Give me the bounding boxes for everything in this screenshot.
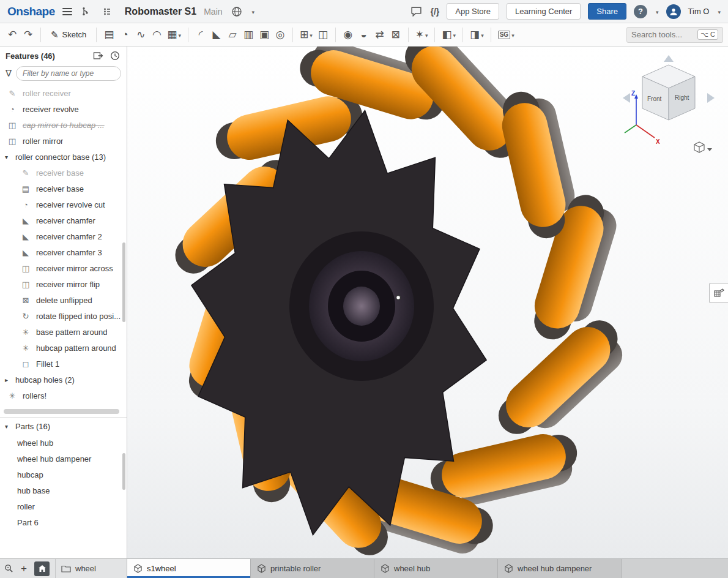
part-item[interactable]: Part 6 xyxy=(0,514,127,530)
feature-item[interactable]: ◫roller mirror xyxy=(0,133,127,149)
feature-item[interactable]: ▤receiver base xyxy=(0,181,127,197)
share-button[interactable]: Share xyxy=(588,3,626,20)
rib-icon[interactable]: ▥ xyxy=(241,26,256,44)
parts-section-header[interactable]: Parts (16) xyxy=(0,418,127,435)
chamfer-icon[interactable]: ◣ xyxy=(209,26,224,44)
app-store-button[interactable]: App Store xyxy=(447,3,499,20)
insert-feature-icon[interactable] xyxy=(92,50,104,61)
feature-filter-input[interactable] xyxy=(16,66,121,81)
linear-pattern-icon[interactable]: ⊞ xyxy=(298,26,314,44)
transform-icon[interactable]: ⇄ xyxy=(373,26,387,44)
feature-item[interactable]: ⊠delete unflipped xyxy=(0,292,127,308)
sheet-metal-sg-icon[interactable]: SG xyxy=(496,26,516,44)
rotate-up-arrow-icon[interactable] xyxy=(664,55,674,62)
feature-item[interactable]: ✳rollers! xyxy=(0,388,127,403)
parts-scrollbar-thumb[interactable] xyxy=(122,453,125,490)
loft-icon[interactable]: ◠ xyxy=(149,26,164,44)
comments-icon[interactable] xyxy=(409,5,423,18)
viewport-3d[interactable]: Front Right Z X xyxy=(127,47,728,558)
folder-caret-icon[interactable] xyxy=(5,377,12,383)
sweep-icon[interactable]: ∿ xyxy=(133,26,148,44)
rotate-right-arrow-icon[interactable] xyxy=(707,93,715,103)
home-button[interactable] xyxy=(34,561,50,576)
horizontal-scrollbar[interactable] xyxy=(4,409,119,414)
folder-breadcrumb[interactable]: wheel xyxy=(55,559,102,578)
extrude-icon[interactable]: ▤ xyxy=(102,26,116,44)
feature-item[interactable]: ◔receiver revolve cut xyxy=(0,197,127,212)
search-tabs-icon[interactable] xyxy=(4,564,13,573)
modify-fillet-icon[interactable]: ✶ xyxy=(414,26,430,44)
document-title[interactable]: Robomaster S1 xyxy=(125,6,196,17)
dropdown-caret-icon[interactable] xyxy=(510,30,514,39)
insert-tools-icon[interactable] xyxy=(100,5,114,18)
viewport-side-panel-toggle[interactable] xyxy=(709,283,728,303)
sheet-metal-icon[interactable]: ◨ xyxy=(468,26,486,44)
part-item[interactable]: hubcap xyxy=(0,467,127,482)
dropdown-caret-icon[interactable] xyxy=(177,30,181,39)
view-options-dropdown[interactable] xyxy=(694,142,712,152)
feature-item[interactable]: ◔receiver revolve xyxy=(0,101,127,117)
featurescript-icon[interactable]: {/} xyxy=(430,7,439,17)
globe-icon[interactable] xyxy=(230,5,243,18)
document-tab-printable-roller[interactable]: printable roller xyxy=(251,559,374,578)
learning-center-button[interactable]: Learning Center xyxy=(507,3,581,20)
feature-folder[interactable]: hubcap holes (2) xyxy=(0,372,127,388)
feature-item[interactable]: ◫receiver mirror across xyxy=(0,260,127,276)
new-tab-button[interactable]: + xyxy=(19,563,29,575)
part-item[interactable]: wheel hub xyxy=(0,435,127,451)
boolean-icon[interactable]: ◉ xyxy=(341,26,355,44)
main-menu-icon[interactable] xyxy=(62,6,72,17)
dropdown-caret-icon[interactable] xyxy=(424,30,428,39)
help-icon[interactable]: ? xyxy=(634,5,647,18)
fillet-icon[interactable]: ◜ xyxy=(193,26,208,44)
part-item[interactable]: hub base xyxy=(0,482,127,498)
split-icon[interactable]: ◒ xyxy=(357,26,371,44)
shell-icon[interactable]: ▣ xyxy=(257,26,272,44)
dropdown-caret-icon[interactable] xyxy=(452,30,456,39)
dropdown-caret-icon[interactable] xyxy=(308,30,313,39)
draft-icon[interactable]: ▱ xyxy=(225,26,240,44)
user-caret-icon[interactable] xyxy=(716,7,721,16)
part-item[interactable]: roller xyxy=(0,498,127,514)
feature-item[interactable]: ↻rotate flipped into posi... xyxy=(0,308,127,324)
feature-item[interactable]: ✎roller receiver xyxy=(0,85,127,101)
redo-icon[interactable]: ↷ xyxy=(21,26,35,44)
feature-item[interactable]: ✳base pattern around xyxy=(0,324,127,340)
user-avatar[interactable] xyxy=(666,4,681,19)
feature-item[interactable]: ◣receiver chamfer 3 xyxy=(0,244,127,260)
rotate-left-arrow-icon[interactable] xyxy=(623,93,630,103)
version-tree-icon[interactable] xyxy=(80,5,93,18)
feature-item[interactable]: ✎receiver base xyxy=(0,165,127,181)
feature-item[interactable]: ◣receiver chamfer 2 xyxy=(0,228,127,244)
undo-icon[interactable]: ↶ xyxy=(5,26,20,44)
view-cube[interactable]: Front Right Z X xyxy=(617,51,721,159)
feature-item[interactable]: ◫cap mirror to hubcap ... xyxy=(0,117,127,133)
dropdown-caret-icon[interactable] xyxy=(480,30,484,39)
features-scrollbar-thumb[interactable] xyxy=(122,242,125,322)
globe-caret-icon[interactable] xyxy=(251,7,255,16)
parts-caret-icon[interactable] xyxy=(5,423,12,430)
sketch-button[interactable]: ✎ Sketch xyxy=(46,26,91,44)
user-name[interactable]: Tim O xyxy=(688,7,710,16)
delete-part-icon[interactable]: ⊠ xyxy=(388,26,403,44)
surface-tools-icon[interactable]: ◧ xyxy=(440,26,458,44)
onshape-logo[interactable]: Onshape xyxy=(7,5,55,18)
document-tab-wheel-hub-dampener[interactable]: wheel hub dampener xyxy=(498,559,622,578)
revolve-icon[interactable]: ◔ xyxy=(117,26,132,44)
document-tab-wheel-hub[interactable]: wheel hub xyxy=(374,559,498,578)
feature-item[interactable]: ◣receiver chamfer xyxy=(0,212,127,228)
search-tools-box[interactable]: ⌥ C xyxy=(626,27,723,43)
search-tools-input[interactable] xyxy=(631,30,693,39)
folder-caret-icon[interactable] xyxy=(5,154,12,160)
thicken-icon[interactable]: ▦ xyxy=(165,26,183,44)
help-caret-icon[interactable] xyxy=(655,7,659,16)
hole-icon[interactable]: ◎ xyxy=(273,26,288,44)
mirror-icon[interactable]: ◫ xyxy=(316,26,330,44)
feature-item[interactable]: ◻Fillet 1 xyxy=(0,356,127,372)
feature-item[interactable]: ✳hubcap pattern around xyxy=(0,340,127,356)
part-item[interactable]: wheel hub dampener xyxy=(0,451,127,467)
feature-item[interactable]: ◫receiver mirror flip xyxy=(0,276,127,292)
rollback-history-icon[interactable] xyxy=(109,50,121,61)
document-tab-s1wheel[interactable]: s1wheel xyxy=(127,559,251,578)
feature-folder[interactable]: roller connector base (13) xyxy=(0,149,127,165)
